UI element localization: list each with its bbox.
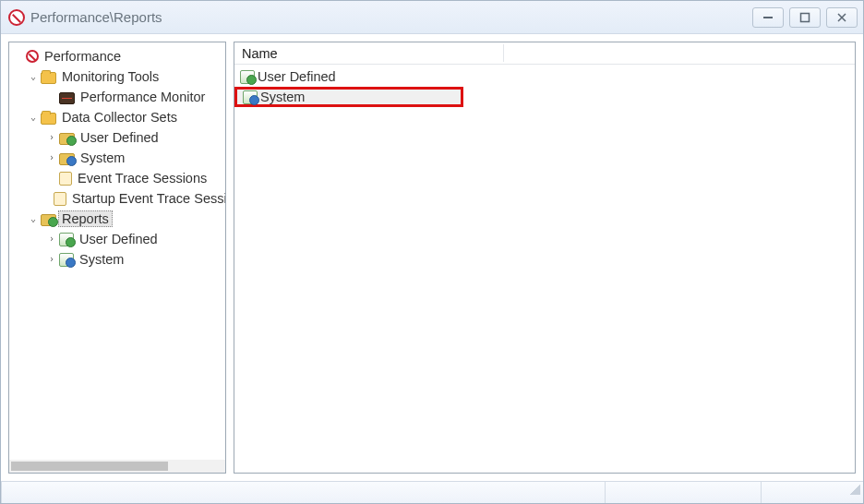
tree-label: Monitoring Tools <box>58 69 162 84</box>
tree-view[interactable]: › Performance ⌄ Monitoring Tools › Perfo… <box>9 42 225 460</box>
tree-label: Data Collector Sets <box>58 110 181 125</box>
tree-node-dcs-ets[interactable]: › Event Trace Sessions <box>9 168 225 188</box>
tree-node-performance[interactable]: › Performance <box>9 46 225 66</box>
folder-icon <box>41 113 56 125</box>
close-button[interactable] <box>826 7 858 28</box>
maximize-button[interactable] <box>789 7 821 28</box>
tree-node-dcs-system[interactable]: › System <box>9 148 225 168</box>
tree-caret-collapsed[interactable]: › <box>46 249 57 270</box>
session-icon <box>59 172 72 186</box>
tree-label: Startup Event Trace Sessions <box>68 191 225 206</box>
column-name: Name <box>242 46 278 61</box>
performance-icon <box>26 50 39 63</box>
scrollbar-thumb[interactable] <box>11 462 168 471</box>
tree-label: System <box>76 252 127 267</box>
tree-node-reports-user[interactable]: › User Defined <box>9 229 225 249</box>
list-item-user-defined[interactable]: User Defined <box>234 66 855 87</box>
tree-node-reports-system[interactable]: › System <box>9 249 225 270</box>
folder-icon <box>41 72 56 84</box>
tree-caret-expanded[interactable]: ⌄ <box>28 209 39 229</box>
titlebar[interactable]: Performance\Reports <box>1 1 863 34</box>
tree-node-dcs-user[interactable]: › User Defined <box>9 127 225 148</box>
report-system-icon <box>59 253 74 267</box>
session-icon <box>54 192 66 206</box>
tree-label: User Defined <box>76 232 162 246</box>
resize-grip[interactable] <box>847 482 860 495</box>
list-item-label: System <box>260 90 305 104</box>
app-icon <box>8 9 25 26</box>
tree-caret-expanded[interactable]: ⌄ <box>28 66 39 87</box>
report-user-icon <box>240 70 255 84</box>
tree-caret-collapsed[interactable]: › <box>46 127 57 148</box>
reports-folder-icon <box>41 214 56 226</box>
list-pane: Name User Defined System <box>234 42 856 474</box>
tree-node-monitoring[interactable]: ⌄ Monitoring Tools <box>9 66 225 87</box>
tree-caret-collapsed[interactable]: › <box>46 229 57 249</box>
window-frame: Performance\Reports › Performance ⌄ <box>0 0 864 504</box>
tree-node-dcs-startup[interactable]: › Startup Event Trace Sessions <box>9 188 225 209</box>
tree-label: User Defined <box>77 130 162 145</box>
status-bar <box>1 481 863 503</box>
tree-label: Performance <box>41 49 125 64</box>
tree-caret-collapsed[interactable]: › <box>46 148 57 168</box>
tree-pane: › Performance ⌄ Monitoring Tools › Perfo… <box>8 42 226 474</box>
tree-node-dcs[interactable]: ⌄ Data Collector Sets <box>9 107 225 127</box>
report-system-icon <box>243 90 258 104</box>
horizontal-scrollbar[interactable] <box>9 460 225 473</box>
folder-user-icon <box>59 133 75 145</box>
minimize-button[interactable] <box>752 7 784 28</box>
monitor-icon <box>59 92 75 104</box>
tree-node-perfmon[interactable]: › Performance Monitor <box>9 87 225 107</box>
tree-caret-expanded[interactable]: ⌄ <box>28 107 39 127</box>
column-divider[interactable] <box>503 44 504 62</box>
svg-rect-1 <box>801 13 810 21</box>
status-cell <box>761 482 863 503</box>
report-user-icon <box>59 233 74 246</box>
svg-rect-0 <box>763 17 773 18</box>
tree-label-selected: Reports <box>58 210 113 227</box>
list-item-system[interactable]: System <box>234 87 463 107</box>
folder-system-icon <box>59 153 75 165</box>
status-cell <box>605 482 761 503</box>
client-area: › Performance ⌄ Monitoring Tools › Perfo… <box>1 34 863 481</box>
tree-label: Event Trace Sessions <box>74 171 210 186</box>
status-cell <box>1 482 605 503</box>
tree-label: System <box>77 150 128 165</box>
list-item-label: User Defined <box>258 69 336 84</box>
window-title: Performance\Reports <box>30 9 162 25</box>
list-column-header[interactable]: Name <box>234 42 855 65</box>
list-body: User Defined System <box>234 65 855 473</box>
tree-label: Performance Monitor <box>77 90 209 104</box>
tree-node-reports[interactable]: ⌄ Reports <box>9 209 225 229</box>
